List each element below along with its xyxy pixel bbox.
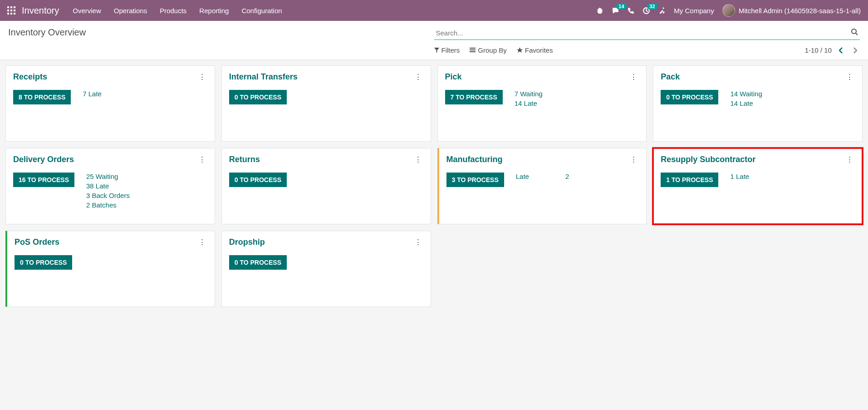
stat-line[interactable]: 14 Late	[730, 99, 762, 107]
stat-line[interactable]: 25 Waiting	[86, 173, 130, 180]
svg-rect-4	[10, 10, 12, 11]
card-menu-icon[interactable]: ⋮	[413, 72, 423, 82]
favorites-label: Favorites	[525, 46, 553, 54]
pager-text[interactable]: 1-10 / 10	[805, 46, 832, 54]
process-button[interactable]: 0 TO PROCESS	[15, 255, 72, 270]
activity-badge: 32	[647, 3, 657, 10]
card-title[interactable]: Dropship	[229, 237, 265, 247]
pager-next[interactable]	[850, 47, 860, 54]
apps-icon[interactable]	[7, 6, 15, 15]
avatar	[722, 4, 735, 17]
filter-icon	[434, 48, 439, 53]
stat-line[interactable]: 7 Late	[83, 90, 102, 98]
svg-rect-8	[14, 13, 15, 15]
control-panel: Inventory Overview Filters Group By	[0, 21, 868, 60]
kanban-view: Receipts ⋮ 8 TO PROCESS 7 Late Internal …	[0, 60, 868, 312]
messages-icon[interactable]: 14	[612, 7, 619, 15]
card-menu-icon[interactable]: ⋮	[628, 72, 639, 82]
page-title: Inventory Overview	[8, 27, 86, 38]
nav-operations[interactable]: Operations	[114, 7, 147, 15]
process-button[interactable]: 0 TO PROCESS	[229, 90, 287, 104]
pager-prev[interactable]	[836, 47, 846, 54]
filters-label: Filters	[441, 46, 460, 54]
process-button[interactable]: 7 TO PROCESS	[445, 90, 503, 104]
card-delivery-orders[interactable]: Delivery Orders ⋮ 16 TO PROCESS 25 Waiti…	[5, 148, 215, 224]
stat-line[interactable]: 38 Late	[86, 182, 130, 190]
process-button[interactable]: 0 TO PROCESS	[661, 90, 718, 104]
card-internal-transfers[interactable]: Internal Transfers ⋮ 0 TO PROCESS	[221, 65, 431, 142]
card-menu-icon[interactable]: ⋮	[197, 155, 207, 164]
card-pick[interactable]: Pick ⋮ 7 TO PROCESS 7 Waiting 14 Late	[437, 65, 647, 142]
company-selector[interactable]: My Company	[674, 7, 714, 15]
groupby-label: Group By	[478, 46, 506, 54]
phone-icon[interactable]	[628, 7, 634, 14]
tools-icon[interactable]	[658, 7, 666, 14]
card-menu-icon[interactable]: ⋮	[844, 72, 855, 82]
card-manufacturing[interactable]: Manufacturing ⋮ 3 TO PROCESS Late 2	[437, 148, 647, 224]
stat-line[interactable]: 3 Back Orders	[86, 192, 130, 199]
bug-icon[interactable]	[596, 7, 603, 14]
user-name: Mitchell Admin (14605928-saas-15-1-all)	[739, 7, 861, 15]
card-title[interactable]: Pick	[445, 72, 462, 82]
card-pack[interactable]: Pack ⋮ 0 TO PROCESS 14 Waiting 14 Late	[653, 65, 863, 142]
card-menu-icon[interactable]: ⋮	[197, 72, 207, 82]
card-title[interactable]: Internal Transfers	[229, 72, 298, 82]
star-icon	[517, 47, 523, 53]
card-title[interactable]: Pack	[661, 72, 680, 82]
groupby-button[interactable]: Group By	[470, 46, 506, 54]
card-menu-icon[interactable]: ⋮	[413, 237, 423, 247]
card-menu-icon[interactable]: ⋮	[197, 237, 207, 247]
stat-line[interactable]: 2 Batches	[86, 201, 130, 209]
nav-right: 14 32 My Company Mitchell Admin (1460592…	[596, 4, 861, 17]
chevron-left-icon	[839, 47, 843, 54]
search-input[interactable]	[434, 27, 860, 40]
card-title[interactable]: Delivery Orders	[13, 155, 74, 164]
search-options: Filters Group By Favorites	[434, 46, 553, 54]
process-button[interactable]: 0 TO PROCESS	[229, 173, 287, 187]
process-button[interactable]: 0 TO PROCESS	[229, 255, 287, 270]
process-button[interactable]: 3 TO PROCESS	[446, 173, 504, 187]
card-resupply-subcontractor[interactable]: Resupply Subcontractor ⋮ 1 TO PROCESS 1 …	[653, 148, 863, 224]
messages-badge: 14	[616, 3, 626, 10]
card-pos-orders[interactable]: PoS Orders ⋮ 0 TO PROCESS	[5, 231, 215, 307]
process-button[interactable]: 16 TO PROCESS	[13, 173, 74, 187]
card-dropship[interactable]: Dropship ⋮ 0 TO PROCESS	[221, 231, 431, 307]
card-title[interactable]: Returns	[229, 155, 260, 164]
nav-overview[interactable]: Overview	[73, 7, 101, 15]
svg-rect-3	[7, 10, 9, 11]
card-title[interactable]: Resupply Subcontractor	[661, 155, 755, 164]
process-button[interactable]: 8 TO PROCESS	[13, 90, 71, 104]
card-menu-icon[interactable]: ⋮	[413, 155, 423, 164]
stat-line[interactable]: 14 Waiting	[730, 90, 762, 98]
card-title[interactable]: Manufacturing	[446, 155, 503, 164]
stat-line[interactable]: 14 Late	[515, 99, 543, 107]
svg-rect-5	[14, 10, 15, 11]
card-menu-icon[interactable]: ⋮	[628, 155, 639, 164]
user-menu[interactable]: Mitchell Admin (14605928-saas-15-1-all)	[722, 4, 861, 17]
card-title[interactable]: PoS Orders	[15, 237, 59, 247]
card-menu-icon[interactable]: ⋮	[844, 155, 855, 164]
app-brand[interactable]: Inventory	[22, 5, 59, 16]
svg-rect-2	[14, 6, 15, 8]
stat-line[interactable]: 1 Late	[730, 173, 749, 180]
process-button[interactable]: 1 TO PROCESS	[661, 173, 718, 187]
card-title[interactable]: Receipts	[13, 72, 47, 82]
stat-value[interactable]: 2	[565, 173, 569, 180]
stat-line[interactable]: 7 Waiting	[515, 90, 543, 98]
nav-configuration[interactable]: Configuration	[241, 7, 282, 15]
svg-rect-1	[10, 6, 12, 8]
top-navbar: Inventory Overview Operations Products R…	[0, 0, 868, 21]
svg-rect-13	[470, 51, 476, 52]
nav-reporting[interactable]: Reporting	[199, 7, 229, 15]
filters-button[interactable]: Filters	[434, 46, 460, 54]
stat-label[interactable]: Late	[516, 173, 529, 180]
card-returns[interactable]: Returns ⋮ 0 TO PROCESS	[221, 148, 431, 224]
card-receipts[interactable]: Receipts ⋮ 8 TO PROCESS 7 Late	[5, 65, 215, 142]
svg-rect-6	[7, 13, 9, 15]
chevron-right-icon	[853, 47, 857, 54]
activity-icon[interactable]: 32	[642, 7, 650, 15]
search-icon[interactable]	[851, 28, 858, 35]
nav-products[interactable]: Products	[160, 7, 186, 15]
favorites-button[interactable]: Favorites	[517, 46, 553, 54]
svg-rect-11	[470, 48, 476, 49]
